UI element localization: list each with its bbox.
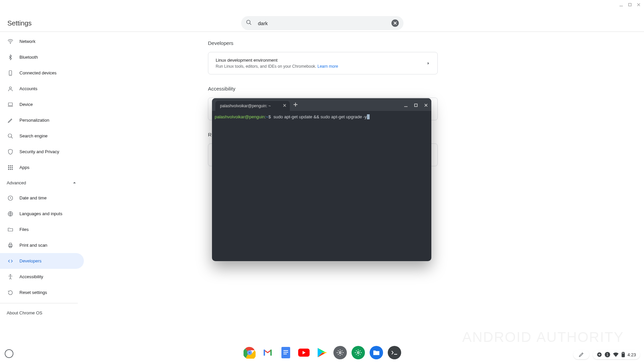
svg-rect-1 bbox=[629, 3, 631, 6]
app-play-store-icon[interactable] bbox=[315, 346, 329, 359]
clear-search-button[interactable] bbox=[391, 19, 399, 27]
page-title: Settings bbox=[7, 19, 32, 27]
sidebar-item-connected-devices[interactable]: Connected devices bbox=[0, 65, 84, 81]
app-settings-green-icon[interactable] bbox=[352, 346, 365, 359]
sidebar-item-about[interactable]: About Chrome OS bbox=[0, 306, 84, 319]
app-terminal-icon[interactable] bbox=[388, 346, 401, 359]
window-close-icon[interactable] bbox=[637, 2, 641, 6]
terminal-titlebar[interactable]: palashvolvoikar@penguin: ~ bbox=[212, 98, 431, 111]
clock: 4:23 bbox=[628, 352, 636, 357]
terminal-close-icon[interactable] bbox=[424, 103, 428, 107]
sidebar-item-label: Apps bbox=[19, 165, 30, 170]
sidebar-item-print-scan[interactable]: Print and scan bbox=[0, 237, 84, 253]
app-docs-icon[interactable] bbox=[279, 346, 292, 359]
sidebar-item-reset[interactable]: Reset settings bbox=[0, 285, 84, 300]
window-minimize-icon[interactable] bbox=[619, 2, 623, 6]
terminal-maximize-icon[interactable] bbox=[414, 103, 418, 107]
svg-rect-36 bbox=[415, 104, 417, 107]
terminal-body[interactable]: palashvolvoikar@penguin:~$ sudo apt-get … bbox=[212, 111, 431, 123]
sidebar-item-device[interactable]: Device bbox=[0, 97, 84, 112]
sidebar-item-languages[interactable]: Languages and inputs bbox=[0, 206, 84, 222]
settings-header: Settings bbox=[0, 0, 644, 32]
battery-icon bbox=[622, 352, 625, 357]
svg-point-23 bbox=[10, 169, 11, 170]
sidebar-item-accessibility[interactable]: Accessibility bbox=[0, 269, 84, 285]
sidebar-separator bbox=[0, 303, 78, 303]
wifi-icon bbox=[7, 39, 14, 45]
window-restore-icon[interactable] bbox=[628, 2, 632, 6]
laptop-icon bbox=[7, 102, 14, 108]
svg-point-4 bbox=[247, 20, 250, 24]
sidebar-item-label: Search engine bbox=[19, 133, 48, 138]
svg-rect-43 bbox=[264, 350, 265, 356]
tab-close-icon[interactable] bbox=[283, 104, 286, 108]
sidebar-item-search-engine[interactable]: Search engine bbox=[0, 128, 84, 144]
status-pill[interactable]: 1 4:23 bbox=[593, 350, 640, 359]
bluetooth-icon bbox=[7, 54, 14, 60]
terminal-minimize-icon[interactable] bbox=[404, 103, 408, 107]
svg-point-30 bbox=[10, 274, 11, 275]
chevron-up-icon bbox=[72, 181, 76, 185]
svg-rect-29 bbox=[9, 246, 11, 248]
svg-line-15 bbox=[11, 137, 13, 138]
svg-point-50 bbox=[339, 352, 341, 354]
terminal-cursor bbox=[367, 114, 370, 119]
svg-point-51 bbox=[357, 352, 359, 354]
svg-point-22 bbox=[8, 169, 9, 170]
sidebar-item-label: Accessibility bbox=[19, 274, 43, 279]
svg-rect-56 bbox=[622, 354, 624, 357]
sidebar-item-bluetooth[interactable]: Bluetooth bbox=[0, 49, 84, 65]
chevron-right-icon bbox=[427, 60, 430, 66]
settings-sidebar: Network Bluetooth Connected devices Acco… bbox=[0, 34, 84, 319]
sidebar-item-label: Connected devices bbox=[19, 70, 57, 75]
app-chrome-icon[interactable] bbox=[243, 346, 256, 359]
search-icon bbox=[246, 19, 252, 27]
sidebar-item-files[interactable]: Files bbox=[0, 222, 84, 237]
app-youtube-icon[interactable] bbox=[297, 346, 311, 359]
section-accessibility-title: Accessibility bbox=[208, 86, 438, 92]
sidebar-item-accounts[interactable]: Accounts bbox=[0, 81, 84, 97]
stylus-tray[interactable] bbox=[573, 350, 589, 359]
svg-point-21 bbox=[12, 167, 12, 168]
launcher-button[interactable] bbox=[5, 349, 13, 358]
sidebar-item-date-time[interactable]: Date and time bbox=[0, 190, 84, 206]
svg-point-8 bbox=[10, 43, 11, 44]
sidebar-item-network[interactable]: Network bbox=[0, 34, 84, 49]
plus-circle-icon bbox=[597, 352, 602, 357]
svg-point-11 bbox=[9, 87, 11, 89]
sidebar-item-developers[interactable]: Developers bbox=[0, 253, 84, 269]
svg-point-17 bbox=[10, 165, 11, 166]
sidebar-item-label: Network bbox=[19, 39, 36, 44]
watermark: ANDROID AUTHORITY bbox=[462, 329, 624, 345]
terminal-tab[interactable]: palashvolvoikar@penguin: ~ bbox=[215, 101, 290, 111]
new-tab-button[interactable] bbox=[293, 102, 298, 107]
sidebar-item-security[interactable]: Security and Privacy bbox=[0, 144, 84, 160]
sidebar-item-personalization[interactable]: Personalization bbox=[0, 112, 84, 128]
printer-icon bbox=[7, 242, 14, 248]
phone-icon bbox=[7, 70, 14, 76]
sidebar-item-label: Files bbox=[19, 227, 29, 232]
settings-search[interactable] bbox=[241, 16, 404, 30]
card-title: Linux development environment bbox=[216, 58, 338, 63]
svg-rect-46 bbox=[283, 350, 288, 351]
terminal-window[interactable]: palashvolvoikar@penguin: ~ palashvolvoik… bbox=[212, 98, 431, 261]
terminal-tab-title: palashvolvoikar@penguin: ~ bbox=[220, 104, 271, 108]
app-gmail-icon[interactable] bbox=[261, 346, 274, 359]
svg-rect-47 bbox=[283, 352, 288, 353]
svg-point-19 bbox=[8, 167, 9, 168]
learn-more-link[interactable]: Learn more bbox=[318, 64, 338, 69]
terminal-command: sudo apt-get update && sudo apt-get upgr… bbox=[273, 114, 367, 119]
sidebar-item-label: Device bbox=[19, 102, 33, 107]
clock-icon bbox=[7, 195, 14, 201]
sidebar-item-label: Security and Privacy bbox=[19, 149, 59, 154]
sidebar-item-label: Languages and inputs bbox=[19, 211, 62, 216]
search-input[interactable] bbox=[258, 20, 391, 26]
sidebar-advanced-toggle[interactable]: Advanced bbox=[0, 175, 84, 190]
svg-point-16 bbox=[8, 165, 9, 166]
sidebar-item-apps[interactable]: Apps bbox=[0, 160, 84, 175]
linux-dev-env-card[interactable]: Linux development environment Run Linux … bbox=[208, 52, 438, 74]
app-settings-icon[interactable] bbox=[333, 346, 347, 359]
status-tray[interactable]: 1 4:23 bbox=[573, 350, 640, 359]
advanced-label: Advanced bbox=[7, 180, 26, 185]
app-files-icon[interactable] bbox=[370, 346, 383, 359]
